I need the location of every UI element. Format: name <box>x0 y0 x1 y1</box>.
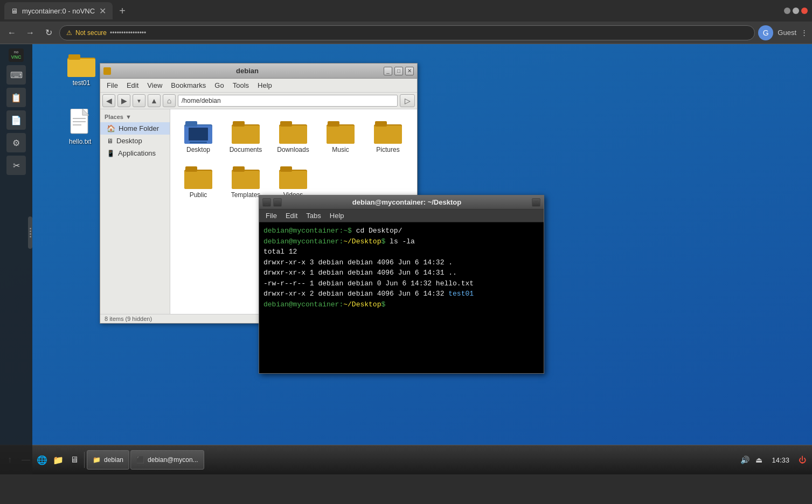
fm-address-bar[interactable]: /home/debian <box>178 95 398 107</box>
pictures-folder-icon <box>374 119 402 144</box>
tab-bar: 🖥 mycontainer:0 - noVNC ✕ + <box>0 0 812 22</box>
svg-rect-33 <box>280 166 292 172</box>
browser-menu-icon[interactable]: ⋮ <box>801 29 808 37</box>
terminal-menu-tabs[interactable]: Tabs <box>302 211 325 221</box>
fm-status-items: 8 items (9 hidden) <box>105 316 259 322</box>
taskbar-window-debian[interactable]: 📁 debian <box>87 450 129 470</box>
fm-menu-help[interactable]: Help <box>253 80 276 91</box>
svg-rect-27 <box>185 166 197 172</box>
applications-icon: 📱 <box>107 150 115 157</box>
fm-window-icon <box>103 67 111 75</box>
fm-forward-button[interactable]: ▶ <box>117 94 130 107</box>
profile-icon[interactable]: G <box>758 25 773 40</box>
terminal-line-8: debian@mycontainer:~/Desktop$ <box>263 299 539 310</box>
terminal-menu-help[interactable]: Help <box>325 211 349 221</box>
svg-rect-21 <box>328 121 339 127</box>
templates-folder-icon <box>232 164 260 189</box>
term-dollar-2: $ <box>381 237 385 246</box>
fm-menu-tools[interactable]: Tools <box>228 80 253 91</box>
places-dropdown-icon[interactable]: ▼ <box>126 114 131 120</box>
terminal-window: _ □ debian@mycontainer: ~/Desktop ✕ File… <box>259 195 544 374</box>
vnc-disconnect-button[interactable]: ✂ <box>6 156 26 175</box>
home-label: Home Folder <box>119 124 159 132</box>
fm-item-desktop[interactable]: Desktop <box>177 116 220 157</box>
fm-item-documents[interactable]: Documents <box>224 116 267 157</box>
fm-item-label-desktop: Desktop <box>186 146 210 153</box>
fm-sidebar-home[interactable]: 🏠 Home Folder <box>100 122 170 135</box>
minimize-button[interactable] <box>784 8 790 14</box>
taskbar-debian-icon: 📁 <box>93 456 101 464</box>
terminal-line-4: drwxr-xr-x 3 debian debian 4096 Jun 6 14… <box>263 257 539 268</box>
desktop-label: Desktop <box>116 137 142 145</box>
vnc-clipboard-button[interactable]: 📋 <box>6 88 26 107</box>
vnc-fullscreen-button[interactable]: 📄 <box>6 110 26 130</box>
security-icon: ⚠ <box>66 29 72 37</box>
new-tab-button[interactable]: + <box>115 5 130 17</box>
active-tab[interactable]: 🖥 mycontainer:0 - noVNC ✕ <box>4 2 113 19</box>
back-button[interactable]: ← <box>4 25 19 40</box>
fm-minimize-button[interactable]: _ <box>384 67 392 75</box>
fm-menu-view[interactable]: View <box>143 80 166 91</box>
tray-icon-sound[interactable]: 🔊 <box>739 454 750 465</box>
fm-address-go-button[interactable]: ▷ <box>400 94 415 107</box>
vnc-grip-handle[interactable] <box>28 216 32 249</box>
taskbar-app-folder[interactable]: 📁 <box>51 452 66 467</box>
taskbar-window-terminal[interactable]: ⬛ debian@mycon... <box>130 450 204 470</box>
taskbar-app-globe[interactable]: 🌐 <box>34 452 50 467</box>
vnc-viewport: test01 hello.txt no VNC ⌨ 📋 📄 ⚙ ✂ <box>0 44 812 474</box>
fm-menu-edit[interactable]: Edit <box>122 80 143 91</box>
terminal-close-button[interactable]: ✕ <box>532 198 540 207</box>
fm-home-button[interactable]: ⌂ <box>163 94 176 107</box>
fm-menu-bookmarks[interactable]: Bookmarks <box>166 80 210 91</box>
desktop-icon-hello[interactable]: hello.txt <box>69 109 91 145</box>
fm-dropdown-button[interactable]: ▼ <box>133 94 145 107</box>
terminal-line-7: drwxr-xr-x 2 debian debian 4096 Jun 6 14… <box>263 289 539 299</box>
fm-close-button[interactable]: ✕ <box>405 67 414 75</box>
fm-up-button[interactable]: ▲ <box>148 94 161 107</box>
fm-item-pictures[interactable]: Pictures <box>366 116 410 157</box>
logo-vnc: VNC <box>11 54 21 60</box>
fm-sidebar-applications[interactable]: 📱 Applications <box>100 147 170 159</box>
fm-back-button[interactable]: ◀ <box>102 94 115 107</box>
address-bar[interactable]: ⚠ Not secure •••••••••••••••• <box>59 25 755 40</box>
maximize-button[interactable] <box>793 8 799 14</box>
vnc-keyboard-button[interactable]: ⌨ <box>6 65 26 85</box>
fm-item-label-pictures: Pictures <box>376 146 399 153</box>
term-path-2: ~/Desktop <box>343 237 381 246</box>
novnc-logo: no VNC <box>9 48 23 62</box>
fm-menu-file[interactable]: File <box>102 80 122 91</box>
term-text-5: drwxr-xr-x 1 debian debian 4096 Jun 6 14… <box>263 269 457 277</box>
fm-item-public[interactable]: Public <box>177 161 220 202</box>
fm-item-downloads[interactable]: Downloads <box>272 116 315 157</box>
fm-restore-button[interactable]: □ <box>394 67 403 75</box>
videos-folder-icon <box>279 164 307 189</box>
term-path-8: ~/Desktop <box>343 300 381 309</box>
tray-icon-eject[interactable]: ⏏ <box>753 454 764 465</box>
refresh-button[interactable]: ↻ <box>41 25 56 40</box>
terminal-restore-button[interactable]: □ <box>273 198 282 207</box>
fm-item-music[interactable]: Music <box>319 116 362 157</box>
tab-close-button[interactable]: ✕ <box>99 6 106 16</box>
fm-address-text: /home/debian <box>182 97 221 104</box>
logo-no: no <box>11 50 21 54</box>
term-text-4: drwxr-xr-x 3 debian debian 4096 Jun 6 14… <box>263 258 453 267</box>
tray-icon-power[interactable]: ⏻ <box>797 454 808 465</box>
taskbar-tray: 🔊 ⏏ 14:33 ⏻ <box>737 454 810 465</box>
fm-places-label: Places ▼ <box>100 111 170 122</box>
terminal-menu-edit[interactable]: Edit <box>281 211 302 221</box>
fm-menu-bar: File Edit View Bookmarks Go Tools Help <box>100 79 417 93</box>
taskbar-app-monitor[interactable]: 🖥 <box>67 452 82 467</box>
vnc-settings-button[interactable]: ⚙ <box>6 133 26 152</box>
desktop-icon-sidebar: 🖥 <box>107 137 113 145</box>
term-cmd-2: ls -la <box>390 237 415 246</box>
terminal-minimize-button[interactable]: _ <box>262 198 271 207</box>
fm-sidebar-desktop[interactable]: 🖥 Desktop <box>100 135 170 147</box>
fm-item-label-templates: Templates <box>231 191 261 199</box>
terminal-menu-file[interactable]: File <box>261 211 281 221</box>
desktop-icon-test01[interactable]: test01 <box>67 52 95 87</box>
terminal-content[interactable]: debian@mycontainer:~$ cd Desktop/ debian… <box>259 222 544 373</box>
places-text: Places <box>105 114 123 120</box>
close-button[interactable] <box>801 8 808 14</box>
forward-button[interactable]: → <box>23 25 38 40</box>
fm-menu-go[interactable]: Go <box>210 80 228 91</box>
